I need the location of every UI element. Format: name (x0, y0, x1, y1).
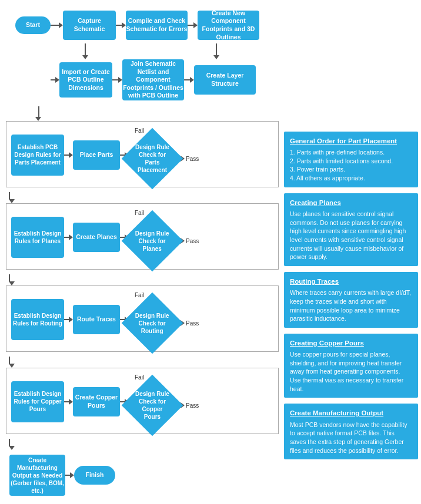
create-copper-pours-box: Create Copper Pours (73, 387, 120, 416)
info-text-s2: Use planes for sensitive control signal … (290, 210, 406, 260)
fail-label-s3: Fail (135, 292, 144, 298)
diamond-s4: Design Rule Check for Copper Pours (131, 388, 174, 423)
info-title-s3: Routing Traces (290, 277, 412, 286)
establish-routing-rules-box: Establish Design Rules for Routing (11, 299, 64, 340)
establish-planes-rules-box: Establish Design Rules for Planes (11, 217, 64, 258)
establish-copper-rules-box: Establish Design Rules for Copper Pours (11, 381, 64, 422)
pass-label-s3: Pass (186, 320, 199, 327)
create-planes-box: Create Planes (73, 223, 120, 252)
info-box-s3: Routing Traces Where traces carry curren… (284, 272, 418, 328)
v-connector-top-s1 (38, 106, 415, 117)
compile-check-box: Compile and Check Schematic for Errors (126, 11, 188, 40)
flowchart: Start Capture Schematic Compile and Chec… (0, 0, 421, 504)
join-schematic-box: Join Schematic Netlist and Component Foo… (122, 59, 184, 100)
create-mfg-output-box: Create Manufacturing Output as Needed (G… (9, 455, 65, 496)
section-routing: Establish Design Rules for Routing Route… (6, 285, 279, 352)
info-box-bottom: Create Manufacturing Output Most PCB ven… (284, 404, 418, 459)
pass-label-s2: Pass (186, 238, 199, 244)
info-title-s4: Creating Copper Pours (290, 338, 412, 348)
establish-pcb-rules-box: Establish PCB Design Rules for Parts Pla… (11, 135, 64, 176)
info-box-s1: General Order for Part Placement 1. Part… (284, 132, 418, 187)
import-pcb-box: Import or Create PCB Outline Dimensions (59, 62, 112, 98)
route-traces-box: Route Traces (73, 305, 120, 334)
top-flow-section: Start Capture Schematic Compile and Chec… (6, 6, 415, 105)
create-layer-box: Create Layer Structure (194, 65, 256, 95)
capture-schematic-box: Capture Schematic (63, 11, 116, 40)
info-text-s3: Where traces carry currents with large d… (290, 289, 411, 322)
info-title-bottom: Create Manufacturing Output (290, 408, 412, 418)
pass-label-s1: Pass (186, 156, 199, 162)
finish-oval: Finish (74, 466, 115, 485)
fail-label-s2: Fail (135, 210, 144, 216)
bottom-section: Create Manufacturing Output as Needed (G… (6, 450, 279, 500)
section-parts-placement: Establish PCB Design Rules for Parts Pla… (6, 121, 279, 187)
create-component-box: Create New Component Footprints and 3D O… (198, 11, 259, 40)
diamond-s2: Design Rule Check for Planes (131, 227, 174, 255)
fail-label-s4: Fail (135, 374, 144, 381)
section-planes: Establish Design Rules for Planes Create… (6, 203, 279, 270)
info-text-s1: 1. Parts with pre-defined locations. 2. … (290, 149, 393, 182)
info-text-s4: Use copper pours for special planes, shi… (290, 351, 403, 392)
info-title-s1: General Order for Part Placement (290, 136, 412, 146)
right-info-panels: General Order for Part Placement 1. Part… (284, 121, 418, 465)
info-text-bottom: Most PCB vendors now have the capability… (290, 421, 407, 454)
info-box-s2: Creating Planes Use planes for sensitive… (284, 193, 418, 266)
left-sections: Establish PCB Design Rules for Parts Pla… (3, 121, 282, 504)
main-layout: Establish PCB Design Rules for Parts Pla… (3, 121, 418, 504)
fail-label-s1: Fail (135, 127, 144, 134)
info-box-s4: Creating Copper Pours Use copper pours f… (284, 334, 418, 398)
diamond-s3: Design Rule Check for Routing (131, 310, 174, 337)
section-copper-pours: Establish Design Rules for Copper Pours … (6, 368, 279, 434)
place-parts-box: Place Parts (73, 140, 120, 170)
info-title-s2: Creating Planes (290, 198, 412, 207)
start-oval: Start (15, 16, 51, 34)
diamond-s1: Design Rule Check for Parts Placement (131, 141, 174, 176)
pass-label-s4: Pass (186, 402, 199, 409)
